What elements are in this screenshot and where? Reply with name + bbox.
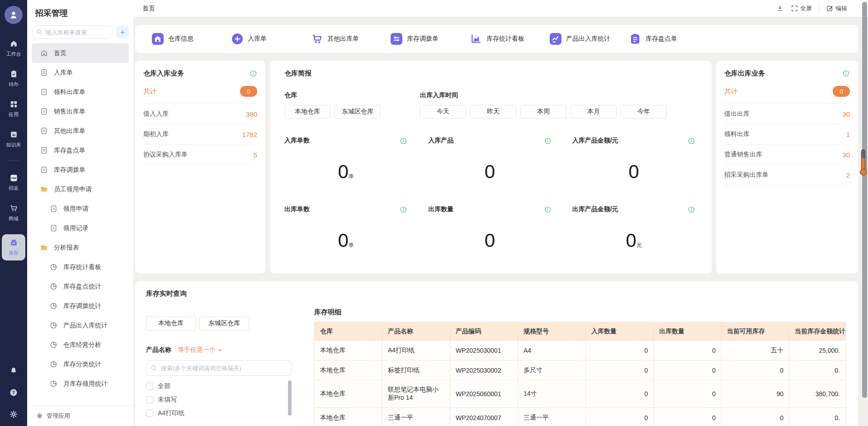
sidebar-item-inbound-order[interactable]: 入库单 <box>27 63 133 82</box>
quick-action-product-io-stats[interactable]: 产品出入库统计 <box>550 33 629 45</box>
rail-item-srm[interactable]: SRM 招采 <box>2 174 25 192</box>
quick-action-transfer-order[interactable]: 库存调拨单 <box>391 33 470 45</box>
info-icon[interactable] <box>250 70 257 77</box>
rail-item-mall[interactable]: 商城 <box>2 204 25 222</box>
checkbox[interactable] <box>146 383 153 390</box>
option-label: 未填写 <box>158 396 177 404</box>
sidebar-item-label: 月库存领用统计 <box>63 380 108 388</box>
document-icon <box>40 69 48 76</box>
list-scrollbar-thumb[interactable] <box>288 380 292 416</box>
option-all[interactable]: 全部 <box>146 379 284 393</box>
quick-action-stock-dashboard[interactable]: 库存统计看板 <box>470 33 550 45</box>
sidebar-item-label: 库存调拨统计 <box>63 302 101 310</box>
sidebar-item-warehouse-analysis[interactable]: 仓库经营分析 <box>27 335 133 355</box>
rail-item-workbench[interactable]: 工作台 <box>2 39 25 57</box>
pie-chart-icon <box>50 322 57 329</box>
stat-label: 入库产品 <box>428 137 453 145</box>
info-icon[interactable] <box>688 137 695 145</box>
manage-app-button[interactable]: 管理应用 <box>27 405 133 426</box>
checkbox[interactable] <box>146 410 153 417</box>
fullscreen-label: 全屏 <box>800 5 812 13</box>
total-badge: 0 <box>833 86 850 97</box>
help-icon[interactable]: ? <box>9 388 18 397</box>
rail-item-knowledge[interactable]: AI 知识库 <box>2 130 25 148</box>
time-button-this-week[interactable]: 本周 <box>520 105 566 118</box>
sidebar-item-transfer-order[interactable]: S 库存调拨单 <box>27 160 133 180</box>
rail-item-label: 应用 <box>9 111 19 118</box>
search-input[interactable] <box>32 25 113 39</box>
quick-action-label: 库存调拨单 <box>407 35 439 43</box>
edit-icon <box>826 5 834 12</box>
sidebar-item-transfer-stats[interactable]: 库存调拨统计 <box>27 296 133 316</box>
edit-button[interactable]: 编辑 <box>826 5 847 13</box>
total-label: 共计 <box>143 87 157 96</box>
info-icon[interactable] <box>400 206 407 213</box>
sidebar-item-label: 领用申请 <box>63 205 89 213</box>
sidebar-item-other-outbound[interactable]: 其他出库单 <box>27 121 133 141</box>
checkbox[interactable] <box>146 396 153 403</box>
user-avatar[interactable] <box>5 6 23 24</box>
quick-action-inbound-order[interactable]: 入库单 <box>231 33 311 45</box>
stat-row-value: 5 <box>254 151 257 159</box>
sidebar-item-monthly-requisition-stats[interactable]: 月库存领用统计 <box>27 374 133 393</box>
quick-action-other-outbound[interactable]: 其他出库单 <box>311 33 391 45</box>
total-row: 共计 0 <box>724 86 850 104</box>
add-button[interactable]: + <box>116 26 129 38</box>
warehouse-icon <box>152 33 164 45</box>
info-icon[interactable] <box>688 206 695 213</box>
sidebar-item-requisition-apply[interactable]: S 领用申请 <box>27 199 133 218</box>
sidebar-item-product-io-stats[interactable]: 产品出入库统计 <box>27 316 133 335</box>
option-a4-paper[interactable]: A4打印纸 <box>146 407 284 420</box>
sidebar-item-stocktake-order[interactable]: 库存盘点单 <box>27 141 133 160</box>
stat-outbound-orders: 出库单数 0单 <box>284 205 407 251</box>
warehouse-button-local[interactable]: 本地仓库 <box>284 105 330 118</box>
stat-row-label: 协议采购入库单 <box>143 151 188 159</box>
stat-row-value: 1 <box>846 131 850 138</box>
table-row: 本地仓库 标签打印纸 WP2025030002 多尺寸 0 0 0 0. <box>315 360 846 380</box>
info-icon[interactable] <box>544 137 552 145</box>
info-icon[interactable] <box>842 70 850 77</box>
option-unfilled[interactable]: 未填写 <box>146 393 284 407</box>
download-button[interactable] <box>776 5 784 12</box>
cart-icon <box>9 204 18 213</box>
window-scrollbar-thumb[interactable] <box>862 2 867 398</box>
fullscreen-button[interactable]: 全屏 <box>791 5 812 13</box>
sidebar-item-material-outbound[interactable]: S 领料出库单 <box>27 82 133 102</box>
quick-action-warehouse-info[interactable]: 仓库信息 <box>152 33 231 45</box>
quick-action-label: 入库单 <box>248 35 267 43</box>
time-button-yesterday[interactable]: 昨天 <box>470 105 516 118</box>
rail-item-apps[interactable]: 应用 <box>2 100 25 118</box>
sidebar-item-stock-dashboard[interactable]: 库存统计看板 <box>27 257 133 277</box>
stat-row-value: 2 <box>846 171 850 179</box>
time-button-this-year[interactable]: 今年 <box>621 105 667 118</box>
sidebar-folder-analysis-reports[interactable]: 分析报表 <box>27 238 133 257</box>
sidebar-item-home[interactable]: 首页 <box>32 43 129 63</box>
form-icon: S <box>50 205 57 213</box>
sidebar-item-stocktake-stats[interactable]: 库存盘点统计 <box>27 277 133 296</box>
col-spec: 规格型号 <box>518 322 586 341</box>
sidebar-folder-employee-requisition[interactable]: 员工领用申请 <box>27 180 133 199</box>
operator-dropdown[interactable]: 等于任意一个 <box>178 346 223 354</box>
rail-item-inventory[interactable]: 库存 <box>2 234 25 260</box>
stat-value: 0单 <box>284 161 407 183</box>
warehouse-button-dongcheng[interactable]: 东城区仓库 <box>199 316 249 331</box>
sidebar-item-stock-category-stats[interactable]: 库存分类统计 <box>27 355 133 374</box>
svg-text:S: S <box>43 109 45 114</box>
stat-value: 0 <box>428 230 551 251</box>
sidebar-item-sales-outbound[interactable]: S 销售出库单 <box>27 102 133 121</box>
stat-value: 0单 <box>284 230 407 251</box>
stat-row: 领料出库 1 <box>724 124 850 145</box>
time-button-this-month[interactable]: 本月 <box>571 105 617 118</box>
time-button-today[interactable]: 今天 <box>420 105 466 118</box>
info-icon[interactable] <box>544 206 552 213</box>
pie-chart-icon <box>50 283 57 290</box>
quick-action-stocktake-order[interactable]: 库存盘点单 <box>629 33 709 45</box>
info-icon[interactable] <box>400 137 407 145</box>
warehouse-button-dongcheng[interactable]: 东城区仓库 <box>335 105 381 118</box>
bell-icon[interactable] <box>9 366 18 375</box>
product-search-input[interactable] <box>146 360 292 376</box>
rail-item-todo[interactable]: 待办 <box>2 70 25 88</box>
settings-gear-icon[interactable] <box>9 410 18 419</box>
sidebar-item-requisition-record[interactable]: S 领用记录 <box>27 218 133 238</box>
warehouse-button-local[interactable]: 本地仓库 <box>146 316 196 331</box>
